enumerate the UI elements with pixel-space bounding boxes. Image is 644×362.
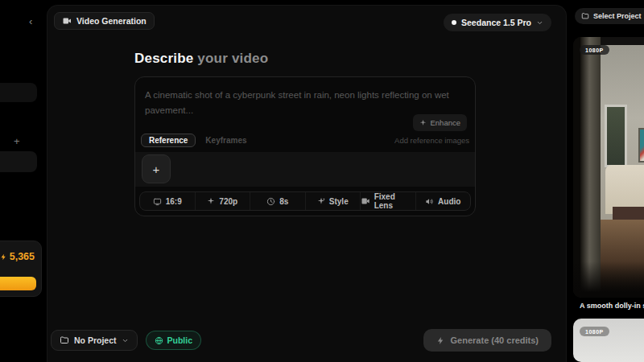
page-badge-label: Video Generation — [76, 16, 147, 26]
enhance-row: Enhance — [135, 114, 475, 131]
reference-strip: + — [135, 152, 475, 187]
sidebar-item[interactable] — [0, 151, 37, 172]
camera-icon — [361, 196, 370, 206]
resolution-badge: 1080P — [580, 45, 609, 55]
prompt-input[interactable]: A cinematic shot of a cyberpunk street i… — [135, 77, 475, 114]
add-reference-images-link[interactable]: Add reference images — [394, 136, 469, 145]
thumbnail-art-shadow — [573, 261, 644, 298]
setting-label: Audio — [438, 197, 460, 206]
tabs-row: Reference Keyframes Add reference images — [135, 131, 475, 150]
project-selector-label: No Project — [74, 335, 117, 345]
main-canvas: Video Generation Seedance 1.5 Pro Descri… — [47, 5, 567, 362]
project-selector[interactable]: No Project — [51, 330, 138, 351]
thumbnail-art-door-edge — [573, 37, 580, 298]
setting-label: 16:9 — [166, 197, 182, 206]
credits-value: 5,365 — [10, 251, 35, 262]
credits-card: 5,365 — [0, 241, 42, 297]
thumbnail-art-painting — [638, 128, 644, 162]
select-project-button[interactable]: Select Project — [575, 8, 644, 24]
collapse-sidebar-icon[interactable]: ‹ — [29, 15, 32, 27]
resolution-icon — [207, 197, 215, 205]
top-bar: Video Generation Seedance 1.5 Pro — [54, 12, 551, 31]
model-dot-icon — [452, 20, 456, 25]
video-camera-icon — [62, 16, 72, 26]
duration-icon — [266, 197, 275, 206]
credits-count: 5,365 — [0, 251, 35, 262]
setting-label: 720p — [219, 197, 237, 206]
bottom-bar: No Project Public Generate (40 credits) — [51, 329, 551, 352]
setting-duration[interactable]: 8s — [250, 192, 305, 210]
generate-button[interactable]: Generate (40 credits) — [423, 329, 551, 352]
setting-resolution[interactable]: 720p — [195, 192, 250, 210]
generate-label: Generate (40 credits) — [451, 335, 539, 345]
setting-label: Fixed Lens — [374, 192, 415, 210]
enhance-label: Enhance — [430, 118, 460, 127]
setting-aspect-ratio[interactable]: 16:9 — [140, 192, 195, 210]
tab-keyframes[interactable]: Keyframes — [205, 136, 246, 145]
tab-reference[interactable]: Reference — [141, 134, 196, 147]
page-badge-video-generation[interactable]: Video Generation — [54, 12, 155, 30]
video-thumbnail[interactable]: 1080P — [573, 37, 644, 298]
setting-audio[interactable]: Audio — [415, 192, 471, 210]
bolt-icon — [0, 253, 7, 261]
sidebar-item[interactable] — [0, 83, 37, 102]
resolution-badge: 1080P — [580, 327, 609, 336]
app-window: ‹ + 5,365 Video Generation Seedance 1.5 … — [0, 0, 644, 362]
add-reference-tile-button[interactable]: + — [142, 154, 171, 183]
left-sidebar: ‹ + 5,365 — [0, 0, 45, 362]
upgrade-button[interactable] — [0, 277, 36, 290]
settings-bar: 16:9 720p 8s Style — [139, 191, 471, 211]
model-name: Seedance 1.5 Pro — [461, 18, 531, 27]
audio-icon — [425, 197, 434, 206]
thumbnail-art-door-frame — [580, 37, 601, 298]
sparkle-icon — [419, 119, 427, 126]
video-caption: A smooth dolly-in shot of — [580, 302, 644, 310]
page-title: Describe your video — [134, 51, 476, 67]
setting-style[interactable]: Style — [305, 192, 361, 210]
visibility-badge[interactable]: Public — [146, 331, 202, 350]
composer: Describe your video A cinematic shot of … — [134, 51, 476, 216]
right-panel: Select Project 1080P A smooth dolly-in s… — [572, 0, 644, 362]
enhance-button[interactable]: Enhance — [413, 114, 467, 131]
setting-label: Style — [329, 197, 349, 206]
prompt-card: A cinematic shot of a cyberpunk street i… — [134, 76, 476, 216]
setting-fixed-lens[interactable]: Fixed Lens — [360, 192, 415, 210]
aspect-ratio-icon — [153, 197, 162, 206]
title-secondary: your video — [193, 51, 268, 66]
thumbnail-art-window — [605, 105, 626, 167]
model-selector[interactable]: Seedance 1.5 Pro — [444, 14, 551, 31]
style-icon — [317, 197, 325, 205]
chevron-down-icon — [122, 337, 129, 344]
folder-icon — [581, 12, 589, 20]
setting-label: 8s — [279, 197, 288, 206]
visibility-label: Public — [167, 335, 193, 345]
select-project-label: Select Project — [593, 12, 642, 20]
chevron-down-icon — [536, 19, 543, 27]
sidebar-add-icon[interactable]: + — [14, 135, 20, 147]
folder-icon — [60, 335, 69, 345]
video-thumbnail[interactable]: 1080P — [573, 319, 644, 362]
bolt-icon — [436, 336, 445, 345]
title-primary: Describe — [134, 51, 193, 66]
globe-icon — [155, 336, 163, 345]
